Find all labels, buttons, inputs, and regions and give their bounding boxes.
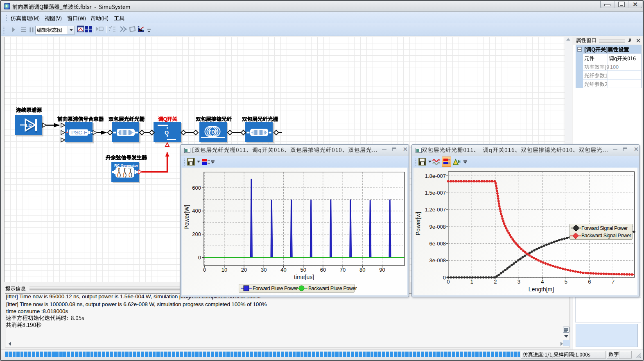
svg-text:RC Generator: RC Generator (114, 163, 138, 168)
svg-text:9e-008: 9e-008 (429, 224, 446, 230)
svg-text:YDF: YDF (208, 129, 218, 135)
svg-text:600: 600 (192, 185, 201, 191)
svg-text:6e-008: 6e-008 (429, 241, 446, 247)
svg-text:7: 7 (612, 279, 615, 285)
svg-text:400: 400 (192, 208, 201, 214)
svg-text:Length[m]: Length[m] (529, 286, 554, 293)
svg-text:PSC-F: PSC-F (71, 129, 87, 136)
svg-text:80: 80 (359, 267, 365, 273)
svg-text:LD: LD (26, 123, 32, 128)
svg-text:70: 70 (340, 267, 346, 273)
svg-text:90: 90 (379, 267, 385, 273)
svg-text:6: 6 (588, 279, 591, 285)
svg-text:0: 0 (443, 275, 446, 281)
svg-text:3e-008: 3e-008 (429, 257, 446, 263)
svg-text:10: 10 (221, 267, 227, 273)
svg-text:60: 60 (320, 267, 326, 273)
svg-text:20: 20 (241, 267, 247, 273)
svg-text:0: 0 (198, 254, 201, 261)
svg-text:Power[W]: Power[W] (183, 205, 190, 230)
svg-text:30: 30 (261, 267, 267, 273)
svg-text:0: 0 (447, 279, 450, 285)
svg-text:200: 200 (192, 231, 201, 237)
svg-text:0: 0 (203, 267, 206, 273)
svg-text:1.5e-007: 1.5e-007 (425, 190, 446, 196)
svg-text:time[us]: time[us] (294, 274, 314, 280)
svg-text:Q: Q (165, 129, 169, 136)
svg-text:4: 4 (541, 279, 544, 285)
svg-text:2: 2 (494, 279, 497, 285)
svg-text:1.2e-007: 1.2e-007 (425, 207, 446, 213)
svg-text:Power[w]: Power[w] (415, 212, 422, 236)
svg-text:40: 40 (280, 267, 286, 273)
svg-text:3: 3 (517, 279, 520, 285)
svg-text:5: 5 (565, 279, 567, 285)
svg-text:50: 50 (300, 267, 306, 273)
svg-text:1.8e-007: 1.8e-007 (425, 173, 446, 179)
svg-text:E: E (458, 159, 461, 164)
svg-text:1: 1 (470, 279, 473, 285)
